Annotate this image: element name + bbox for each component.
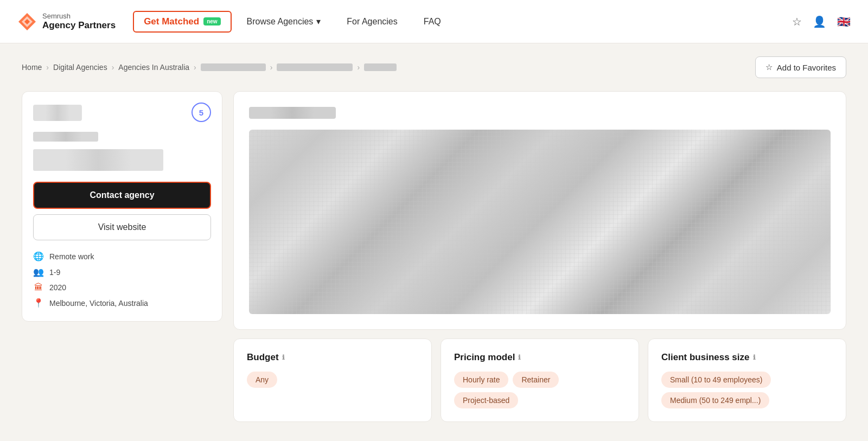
contact-agency-label: Contact agency [90,190,154,200]
budget-card-title: Budget ℹ [247,352,418,363]
breadcrumb-australia[interactable]: Agencies In Australia [118,63,189,72]
agency-logo-blurred [33,105,82,121]
sidebar-badge: 5 [192,103,211,122]
breadcrumb-sep-2: › [112,63,114,72]
client-size-info-icon[interactable]: ℹ [753,354,756,361]
pixelated-overlay [249,130,831,314]
main-layout: 5 Contact agency Visit website 🌐 Remote … [22,91,846,422]
pricing-model-title-label: Pricing model [454,352,515,363]
star-icon: ☆ [765,62,773,72]
location-label: Melbourne, Victoria, Australia [49,299,148,308]
location-icon: 📍 [33,298,44,308]
pricing-tag-project: Project-based [454,392,518,408]
add-favorites-label: Add to Favorites [777,63,836,72]
agency-desc-blurred [33,149,163,171]
meta-team-size: 👥 1-9 [33,267,211,277]
founded-label: 2020 [49,283,66,292]
pricing-tag-hourly: Hourly rate [454,372,508,388]
meta-location: 📍 Melbourne, Victoria, Australia [33,298,211,308]
client-size-card: Client business size ℹ Small (10 to 49 e… [648,338,846,422]
new-badge: new [203,17,220,25]
budget-tag-any: Any [247,372,277,388]
remote-work-icon: 🌐 [33,251,44,261]
info-cards-row: Budget ℹ Any Pricing model ℹ Hourly rate [233,338,846,422]
breadcrumb-blurred-1 [201,63,266,71]
breadcrumb-sep-3: › [194,63,196,72]
browse-agencies-nav[interactable]: Browse Agencies ▾ [236,12,332,31]
page-content: Home › Digital Agencies › Agencies In Au… [0,43,868,435]
budget-info-icon[interactable]: ℹ [282,354,285,361]
agency-detail-header-blurred [249,107,336,119]
team-size-icon: 👥 [33,267,44,277]
client-size-card-title: Client business size ℹ [661,352,833,363]
pricing-tags: Hourly rate Retainer Project-based [454,372,626,408]
budget-tags: Any [247,372,418,388]
breadcrumb-row: Home › Digital Agencies › Agencies In Au… [22,56,846,78]
pricing-tag-retainer: Retainer [513,372,559,388]
right-content: Budget ℹ Any Pricing model ℹ Hourly rate [233,91,846,422]
user-icon-button[interactable]: 👤 [813,15,826,28]
pricing-model-card: Pricing model ℹ Hourly rate Retainer Pro… [441,338,639,422]
logo-semrush: Semrush [42,12,116,20]
pricing-info-icon[interactable]: ℹ [518,354,521,361]
breadcrumb-home[interactable]: Home [22,63,42,72]
header: Semrush Agency Partners Get Matched new … [0,0,868,43]
get-matched-button[interactable]: Get Matched new [133,11,231,33]
agency-detail-card [233,91,846,330]
visit-website-label: Visit website [98,222,146,232]
pricing-model-card-title: Pricing model ℹ [454,352,626,363]
meta-founded: 🏛 2020 [33,283,211,292]
budget-card: Budget ℹ Any [233,338,432,422]
for-agencies-nav[interactable]: For Agencies [336,12,408,31]
budget-title-label: Budget [247,352,279,363]
breadcrumb-sep-4: › [270,63,273,72]
logo-text: Semrush Agency Partners [42,12,116,31]
agency-meta: 🌐 Remote work 👥 1-9 🏛 2020 📍 Melbourne, … [33,251,211,308]
client-size-tags: Small (10 to 49 employees) Medium (50 to… [661,372,833,408]
get-matched-label: Get Matched [144,16,199,27]
breadcrumb-blurred-3 [364,63,397,71]
breadcrumb-sep-5: › [357,63,360,72]
founded-icon: 🏛 [33,283,44,292]
visit-website-button[interactable]: Visit website [33,214,211,240]
breadcrumb: Home › Digital Agencies › Agencies In Au… [22,63,397,72]
client-size-tag-small: Small (10 to 49 employees) [661,372,771,388]
add-to-favorites-button[interactable]: ☆ Add to Favorites [755,56,846,78]
remote-work-label: Remote work [49,252,94,261]
language-icon-button[interactable]: 🇬🇧 [837,15,851,28]
team-size-label: 1-9 [49,268,60,277]
nav-area: Get Matched new Browse Agencies ▾ For Ag… [133,11,792,33]
breadcrumb-blurred-2 [277,63,353,71]
client-size-tag-medium: Medium (50 to 249 empl...) [661,392,769,408]
header-icons: ☆ 👤 🇬🇧 [792,15,851,28]
agency-detail-content-blurred [249,130,831,314]
breadcrumb-sep-1: › [46,63,49,72]
logo-area[interactable]: Semrush Agency Partners [17,12,116,31]
client-size-title-label: Client business size [661,352,750,363]
meta-remote-work: 🌐 Remote work [33,251,211,261]
breadcrumb-digital-agencies[interactable]: Digital Agencies [53,63,107,72]
favorites-icon-button[interactable]: ☆ [792,15,802,28]
agency-name-blurred [33,132,98,142]
faq-nav[interactable]: FAQ [413,12,452,31]
semrush-logo-icon [17,12,37,31]
logo-agency: Agency Partners [42,20,116,31]
sidebar-card: 5 Contact agency Visit website 🌐 Remote … [22,91,222,322]
contact-agency-button[interactable]: Contact agency [33,182,211,209]
